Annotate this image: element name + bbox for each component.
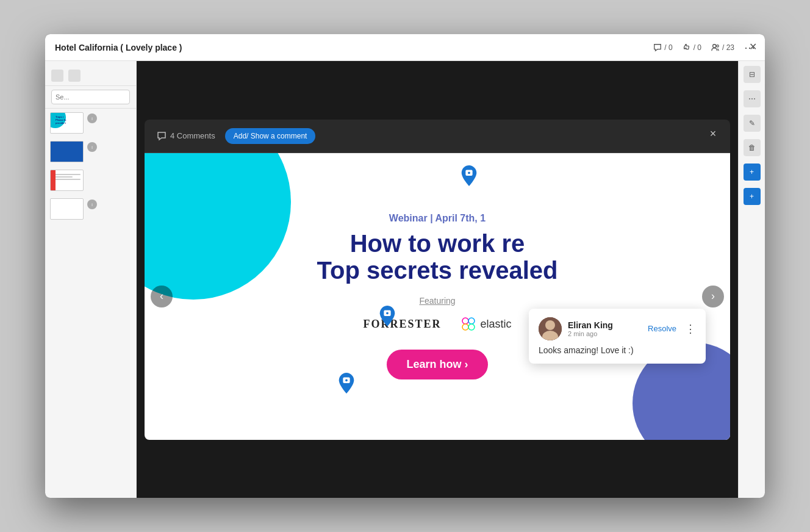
svg-point-1 xyxy=(717,45,719,47)
users-stat: / 23 xyxy=(711,43,734,52)
comment-pin-2[interactable] xyxy=(379,306,396,326)
page-title: Hotel California ( Lovely place ) xyxy=(55,43,653,52)
likes-stat: / 0 xyxy=(683,43,701,52)
rt-delete-button[interactable]: 🗑 xyxy=(744,139,761,156)
search-input[interactable] xyxy=(51,90,130,104)
slide-2-avatar-row: i xyxy=(87,141,97,153)
add-show-comment-button[interactable]: Add/ Show a comment xyxy=(225,128,316,144)
slide-featuring: Featuring xyxy=(317,296,557,306)
modal-overlay[interactable]: × 4 Comments Add/ Show a comment xyxy=(137,61,738,498)
svg-point-11 xyxy=(468,324,475,330)
modal-close-button[interactable]: × xyxy=(706,127,720,142)
slide-thumb-4[interactable]: i xyxy=(45,195,136,223)
comment-time: 2 min ago xyxy=(568,330,642,337)
comment-popup: Eliran King 2 min ago Resolve ⋮ Looks am… xyxy=(529,309,706,364)
comments-icon xyxy=(157,131,167,141)
svg-point-13 xyxy=(545,320,555,330)
avatar-1: i xyxy=(87,113,97,123)
avatar-image xyxy=(539,317,562,340)
svg-point-0 xyxy=(713,44,716,47)
slide-thumb-img-2 xyxy=(50,141,84,162)
avatar-2: i xyxy=(87,142,97,152)
pin-icon-1 xyxy=(461,165,478,186)
elastic-icon xyxy=(460,315,477,332)
sidebar-toolbar xyxy=(45,66,136,86)
avatar-4: i xyxy=(87,200,97,209)
rt-edit-button[interactable]: ✎ xyxy=(744,115,761,132)
sidebar-tool-1[interactable] xyxy=(51,70,63,82)
svg-point-9 xyxy=(468,318,475,324)
comment-header: Eliran King 2 min ago Resolve ⋮ xyxy=(539,317,696,340)
slide-thumb-1[interactable]: Traps rPlease fuprovide t i xyxy=(45,109,136,137)
window-close-button[interactable]: ✕ xyxy=(747,40,759,52)
comments-count: 4 Comments xyxy=(157,131,215,141)
pin-icon-2 xyxy=(379,306,396,326)
svg-point-7 xyxy=(345,379,348,381)
webinar-label: Webinar | April 7th, 1 xyxy=(317,213,557,224)
comment-text: Looks amazing! Love it :) xyxy=(539,345,696,355)
rt-add-button-1[interactable]: + xyxy=(744,164,761,181)
svg-point-10 xyxy=(462,324,468,330)
pin-icon-3 xyxy=(338,373,355,394)
modal-dialog: × 4 Comments Add/ Show a comment xyxy=(145,120,730,440)
comment-icon xyxy=(653,43,662,52)
users-icon xyxy=(711,43,720,52)
comments-stat: / 0 xyxy=(653,43,672,52)
sidebar-search xyxy=(45,86,136,109)
modal-header: 4 Comments Add/ Show a comment xyxy=(145,120,730,153)
nav-next-button[interactable]: › xyxy=(702,286,724,307)
top-bar-actions: / 0 / 0 / 23 ⋯ xyxy=(653,41,755,54)
slide-thumb-3[interactable] xyxy=(45,166,136,195)
svg-point-5 xyxy=(386,312,389,314)
comment-pin-1[interactable] xyxy=(461,165,478,186)
rt-more-button[interactable]: ⋯ xyxy=(744,90,761,107)
slide-4-avatar-row: i xyxy=(87,198,97,210)
svg-point-8 xyxy=(462,318,468,324)
slide-thumb-img-1: Traps rPlease fuprovide t xyxy=(50,112,84,134)
slide-thumb-img-3 xyxy=(50,170,84,191)
rt-add-button-2[interactable]: + xyxy=(744,188,761,205)
app-window: Hotel California ( Lovely place ) / 0 / … xyxy=(45,34,765,498)
sidebar-tool-2[interactable] xyxy=(68,70,81,82)
logo-elastic: elastic xyxy=(460,315,512,332)
comment-more-button[interactable]: ⋮ xyxy=(685,322,696,336)
slide-center: Webinar | April 7th, 1 How to work re To… xyxy=(317,213,557,379)
sidebar: Traps rPlease fuprovide t i i xyxy=(45,61,137,498)
svg-point-3 xyxy=(468,171,471,174)
content-area: Traps rPlease fuprovide t i i xyxy=(45,61,765,498)
commenter-info: Eliran King 2 min ago xyxy=(568,320,642,337)
logo-forrester: FORRESTER xyxy=(363,318,441,331)
top-bar: Hotel California ( Lovely place ) / 0 / … xyxy=(45,34,765,61)
commenter-avatar xyxy=(539,317,562,340)
comment-pin-3[interactable] xyxy=(338,373,355,394)
slide-logos: FORRESTER elastic xyxy=(317,315,557,332)
slide-thumb-2[interactable]: i xyxy=(45,137,136,166)
nav-prev-button[interactable]: ‹ xyxy=(151,286,173,307)
commenter-name: Eliran King xyxy=(568,320,642,330)
bg-circle-cyan xyxy=(145,153,291,300)
slide-thumb-img-4 xyxy=(50,198,84,220)
resolve-button[interactable]: Resolve xyxy=(648,324,676,333)
slide-content: Webinar | April 7th, 1 How to work re To… xyxy=(145,153,730,440)
right-toolbar: ⊟ ⋯ ✎ 🗑 + + xyxy=(738,61,765,498)
viewer-area: × 4 Comments Add/ Show a comment xyxy=(137,61,738,498)
rt-filter-button[interactable]: ⊟ xyxy=(744,66,761,83)
cta-button[interactable]: Learn how › xyxy=(387,350,487,379)
slide-1-avatar-row: i xyxy=(87,112,97,124)
modal-body: ‹ › xyxy=(145,153,730,440)
slide-main-title: How to work re Top secrets revealed xyxy=(317,230,557,284)
like-icon xyxy=(683,43,691,52)
